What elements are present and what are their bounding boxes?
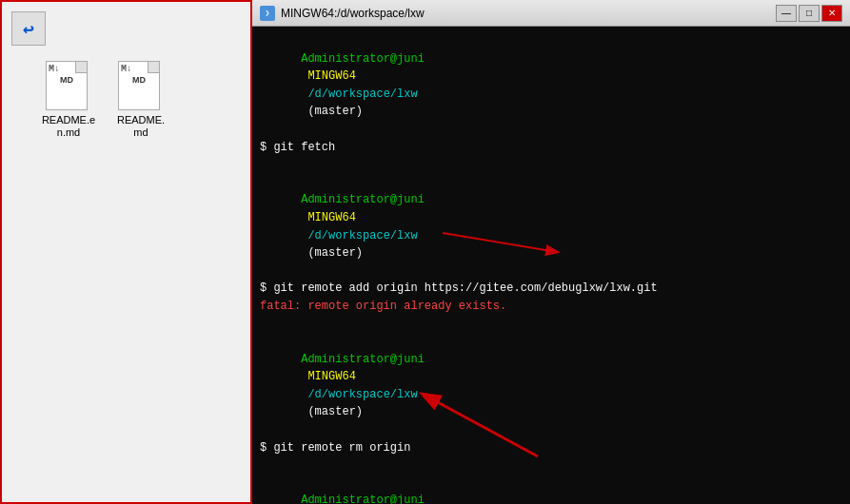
file-item-readme-en[interactable]: M↓ MD README.e n.md [40,61,97,139]
file-icon-text-2: MD [121,75,157,86]
back-button[interactable]: ↩ [11,11,46,46]
prompt-app: MINGW64 [301,69,356,83]
file-badge-1: M↓ [49,64,60,74]
prompt-path: /d/workspace/lxw [301,87,417,101]
prompt-path: /d/workspace/lxw [301,388,417,401]
file-icon-readme: M↓ MD [118,61,164,110]
prompt-branch: (master) [301,405,363,418]
prompt-app: MINGW64 [301,370,356,383]
prompt-app: MINGW64 [301,211,356,224]
blank-line [260,156,842,174]
prompt-user: Administrator@juni [301,494,425,504]
file-icon-readme-en: M↓ MD [46,61,91,110]
file-item-readme[interactable]: M↓ MD README. md [112,61,169,139]
file-badge-2: M↓ [121,64,132,74]
terminal-cmd: $ git remote add origin https://gitee.co… [260,280,842,298]
maximize-button[interactable]: □ [799,5,820,22]
file-label-readme: README. md [112,114,169,139]
terminal-line: Administrator@juni MINGW64 /d/workspace/… [260,32,842,139]
terminal-line: Administrator@juni MINGW64 /d/workspace/… [260,333,842,439]
minimize-button[interactable]: — [776,5,797,22]
files-container: M↓ MD README.e n.md M↓ MD README. md [40,61,169,139]
prompt-path: /d/workspace/lxw [301,229,417,242]
terminal-line: Administrator@juni MINGW64 /d/workspace/… [260,475,842,504]
terminal-window: ❯ MINGW64:/d/workspace/lxw — □ ✕ Adminis… [252,0,850,504]
prompt-user: Administrator@juni [301,52,425,66]
window-controls: — □ ✕ [776,5,842,22]
terminal-output: fatal: remote origin already exists. [260,298,842,316]
file-explorer-panel: ↩ M↓ MD README.e n.md M↓ [0,0,252,504]
terminal-cmd: $ git fetch [260,139,842,157]
terminal-body[interactable]: Administrator@juni MINGW64 /d/workspace/… [252,27,850,504]
close-button[interactable]: ✕ [821,5,842,22]
terminal-line: Administrator@juni MINGW64 /d/workspace/… [260,174,842,281]
terminal-title: MINGW64:/d/workspace/lxw [281,7,770,20]
file-label-readme-en: README.e n.md [40,114,97,139]
blank-line [260,456,842,475]
file-icon-text-1: MD [49,75,85,86]
terminal-icon: ❯ [260,6,275,21]
prompt-user: Administrator@juni [301,193,425,206]
terminal-titlebar: ❯ MINGW64:/d/workspace/lxw — □ ✕ [252,0,850,27]
terminal-cmd: $ git remote rm origin [260,439,842,457]
blank-line [260,316,842,334]
prompt-branch: (master) [301,105,363,118]
prompt-branch: (master) [301,246,363,260]
back-arrow-icon: ↩ [23,17,34,41]
prompt-user: Administrator@juni [301,353,425,366]
